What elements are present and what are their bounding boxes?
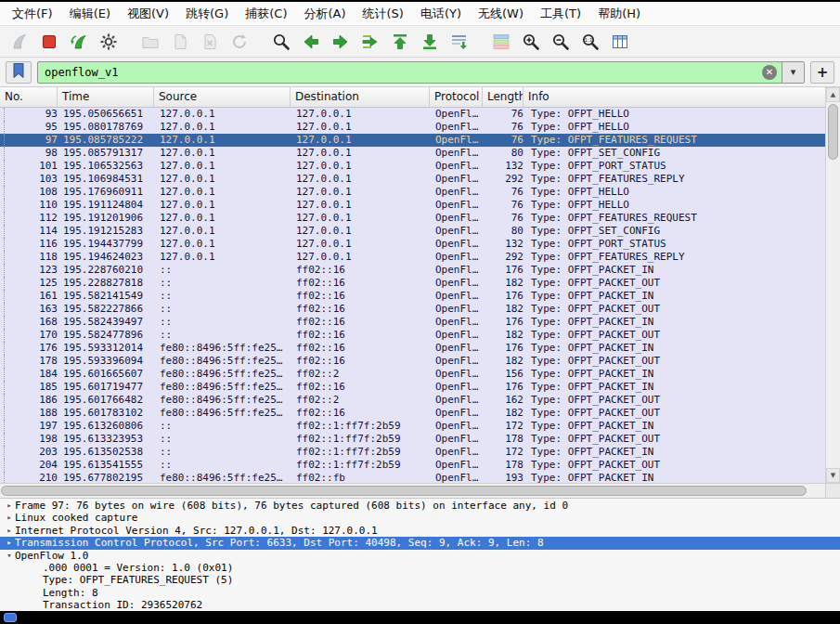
packet-row-161[interactable]: 161195.582141549::ff02::16OpenFl…176Type… xyxy=(0,290,825,303)
hscroll-thumb[interactable] xyxy=(1,486,807,496)
restart-capture-button[interactable] xyxy=(66,29,92,55)
related-packet-gutter xyxy=(0,407,9,420)
cell-no: 97 xyxy=(9,134,58,147)
packet-row-168[interactable]: 168195.582439497::ff02::16OpenFl…176Type… xyxy=(0,316,825,329)
cell-time: 195.085791317 xyxy=(58,147,154,160)
filter-bookmark-button[interactable] xyxy=(6,61,32,84)
packet-row-210[interactable]: 210195.677802195fe80::8496:5ff:fe25…ff02… xyxy=(0,472,825,483)
vscroll-thumb[interactable] xyxy=(828,104,838,160)
packet-row-197[interactable]: 197195.613260806::ff02::1:ff7f:2b59OpenF… xyxy=(0,420,825,433)
packet-row-114[interactable]: 114195.191215283127.0.0.1127.0.0.1OpenFl… xyxy=(0,225,825,238)
zoom-original-button[interactable]: 1:1 xyxy=(577,29,603,55)
filter-clear-icon[interactable]: ✕ xyxy=(762,65,777,80)
packet-row-178[interactable]: 178195.593396094fe80::8496:5ff:fe25…ff02… xyxy=(0,355,825,368)
packet-row-97[interactable]: 97195.085785222127.0.0.1127.0.0.1OpenFl…… xyxy=(0,134,825,147)
go-last-packet-button[interactable] xyxy=(417,29,443,55)
detail-line[interactable]: ▸Linux cooked capture xyxy=(0,512,840,524)
expander-collapsed-icon[interactable]: ▸ xyxy=(0,512,15,524)
menu-tools[interactable]: 工具(T) xyxy=(532,4,589,24)
packet-row-123[interactable]: 123195.228760210::ff02::16OpenFl…176Type… xyxy=(0,264,825,277)
column-header-source[interactable]: Source xyxy=(154,87,291,107)
menu-telephony[interactable]: 电话(Y) xyxy=(412,4,470,24)
menu-statistics[interactable]: 统计(S) xyxy=(355,4,412,24)
packet-row-95[interactable]: 95195.080178769127.0.0.1127.0.0.1OpenFl…… xyxy=(0,121,825,134)
expert-info-icon[interactable] xyxy=(4,613,17,622)
column-header-destination[interactable]: Destination xyxy=(291,87,430,107)
detail-line[interactable]: ▸Frame 97: 76 bytes on wire (608 bits), … xyxy=(0,500,840,512)
add-filter-button[interactable]: + xyxy=(810,61,834,84)
packet-row-163[interactable]: 163195.582227866::ff02::16OpenFl…182Type… xyxy=(0,303,825,316)
packet-row-184[interactable]: 184195.601665607fe80::8496:5ff:fe25…ff02… xyxy=(0,368,825,381)
auto-scroll-button[interactable] xyxy=(446,29,472,55)
scroll-down-button[interactable]: ▼ xyxy=(826,468,840,483)
packet-row-170[interactable]: 170195.582477896::ff02::16OpenFl…182Type… xyxy=(0,329,825,342)
vertical-scrollbar[interactable]: ▲ ▼ xyxy=(825,87,840,483)
packet-row-125[interactable]: 125195.228827818::ff02::16OpenFl…182Type… xyxy=(0,277,825,290)
packet-row-112[interactable]: 112195.191201906127.0.0.1127.0.0.1OpenFl… xyxy=(0,212,825,225)
packet-row-103[interactable]: 103195.106984531127.0.0.1127.0.0.1OpenFl… xyxy=(0,173,825,186)
filter-dropdown-button[interactable]: ▾ xyxy=(782,62,804,83)
column-header-info[interactable]: Info xyxy=(523,87,825,107)
go-forward-button[interactable] xyxy=(328,29,354,55)
menu-help[interactable]: 帮助(H) xyxy=(589,4,649,24)
packet-row-185[interactable]: 185195.601719477fe80::8496:5ff:fe25…ff02… xyxy=(0,381,825,394)
cell-destination: ff02::2 xyxy=(291,368,430,381)
scroll-up-button[interactable]: ▲ xyxy=(826,87,840,102)
vscroll-track[interactable] xyxy=(826,102,840,468)
packet-row-118[interactable]: 118195.194624023127.0.0.1127.0.0.1OpenFl… xyxy=(0,251,825,264)
detail-line[interactable]: Type: OFPT_FEATURES_REQUEST (5) xyxy=(0,574,840,586)
detail-line[interactable]: .000 0001 = Version: 1.0 (0x01) xyxy=(0,562,840,574)
expander-collapsed-icon[interactable]: ▸ xyxy=(0,500,15,512)
packet-row-108[interactable]: 108195.176960911127.0.0.1127.0.0.1OpenFl… xyxy=(0,186,825,199)
packet-row-188[interactable]: 188195.601783102fe80::8496:5ff:fe25…ff02… xyxy=(0,407,825,420)
related-packet-gutter xyxy=(0,368,9,381)
expander-collapsed-icon[interactable]: ▸ xyxy=(0,525,15,537)
packet-row-203[interactable]: 203195.613502538::ff02::1:ff7f:2b59OpenF… xyxy=(0,446,825,459)
cell-source: :: xyxy=(154,446,291,459)
find-packet-button[interactable] xyxy=(268,29,294,55)
go-to-packet-button[interactable] xyxy=(357,29,383,55)
horizontal-scrollbar[interactable] xyxy=(0,483,840,498)
packet-row-101[interactable]: 101195.106532563127.0.0.1127.0.0.1OpenFl… xyxy=(0,160,825,173)
zoom-out-button[interactable] xyxy=(548,29,574,55)
menu-go[interactable]: 跳转(G) xyxy=(177,4,237,24)
packet-row-186[interactable]: 186195.601766482fe80::8496:5ff:fe25…ff02… xyxy=(0,394,825,407)
packet-row-110[interactable]: 110195.191124804127.0.0.1127.0.0.1OpenFl… xyxy=(0,199,825,212)
menu-capture[interactable]: 捕获(C) xyxy=(237,4,295,24)
expander-collapsed-icon[interactable]: ▸ xyxy=(0,537,15,549)
resize-columns-button[interactable] xyxy=(607,29,633,55)
detail-line[interactable]: ▾OpenFlow 1.0 xyxy=(0,550,840,562)
menu-edit[interactable]: 编辑(E) xyxy=(61,4,119,24)
go-first-packet-button[interactable] xyxy=(387,29,413,55)
menu-analyze[interactable]: 分析(A) xyxy=(295,4,354,24)
related-packet-gutter xyxy=(0,277,9,290)
hscroll-track[interactable] xyxy=(0,484,825,498)
menu-wireless[interactable]: 无线(W) xyxy=(470,4,532,24)
display-filter-input[interactable] xyxy=(38,62,762,83)
column-header-no[interactable]: No. xyxy=(0,87,58,107)
column-header-time[interactable]: Time xyxy=(58,87,154,107)
expander-expanded-icon[interactable]: ▾ xyxy=(0,550,15,562)
cell-no: 198 xyxy=(9,433,58,446)
packet-row-98[interactable]: 98195.085791317127.0.0.1127.0.0.1OpenFl…… xyxy=(0,147,825,160)
cell-protocol: OpenFl… xyxy=(430,329,483,342)
column-header-length[interactable]: Length xyxy=(483,87,523,107)
packet-row-198[interactable]: 198195.613323953::ff02::1:ff7f:2b59OpenF… xyxy=(0,433,825,446)
menu-file[interactable]: 文件(F) xyxy=(4,4,61,24)
menu-view[interactable]: 视图(V) xyxy=(119,4,177,24)
go-back-button[interactable] xyxy=(298,29,324,55)
packet-row-116[interactable]: 116195.194437799127.0.0.1127.0.0.1OpenFl… xyxy=(0,238,825,251)
colorize-packets-button[interactable] xyxy=(488,29,514,55)
packet-row-204[interactable]: 204195.613541555::ff02::1:ff7f:2b59OpenF… xyxy=(0,459,825,472)
packet-row-93[interactable]: 93195.050656651127.0.0.1127.0.0.1OpenFl…… xyxy=(0,108,825,121)
detail-line[interactable]: Transaction ID: 2936520762 xyxy=(0,599,840,611)
detail-line[interactable]: ▸Transmission Control Protocol, Src Port… xyxy=(0,537,840,549)
zoom-in-button[interactable] xyxy=(518,29,544,55)
stop-capture-button[interactable] xyxy=(36,29,62,55)
column-header-protocol[interactable]: Protocol xyxy=(430,87,483,107)
packet-row-176[interactable]: 176195.593312014fe80::8496:5ff:fe25…ff02… xyxy=(0,342,825,355)
capture-options-button[interactable] xyxy=(96,29,122,55)
detail-line[interactable]: ▸Internet Protocol Version 4, Src: 127.0… xyxy=(0,525,840,537)
detail-line[interactable]: Length: 8 xyxy=(0,587,840,599)
cell-time: 195.106984531 xyxy=(58,173,154,186)
